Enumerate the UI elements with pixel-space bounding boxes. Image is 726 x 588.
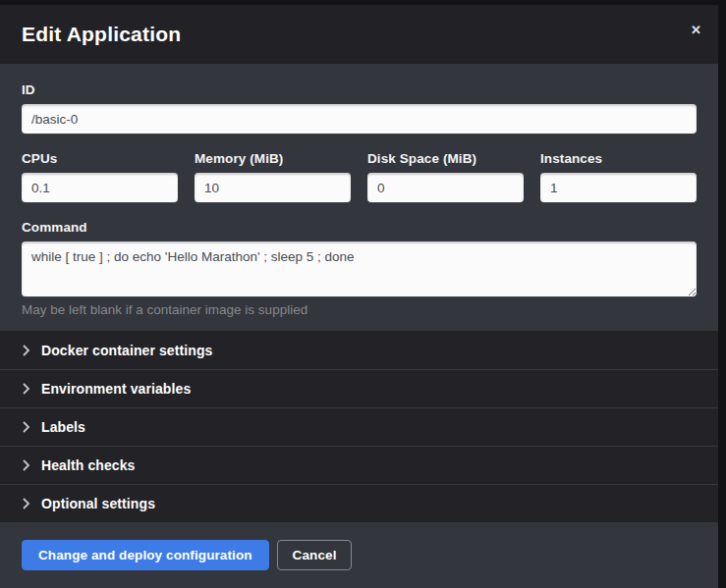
chevron-right-icon <box>22 498 30 509</box>
section-optional-settings[interactable]: Optional settings <box>0 484 718 522</box>
edit-application-modal: Edit Application ✕ ID CPUs Memory (MiB) … <box>0 5 718 588</box>
change-and-deploy-button[interactable]: Change and deploy configuration <box>22 540 269 570</box>
modal-header: Edit Application ✕ <box>0 5 718 64</box>
disk-label: Disk Space (MiB) <box>367 151 524 166</box>
section-label: Environment variables <box>41 381 191 397</box>
command-label: Command <box>22 220 697 235</box>
section-label: Docker container settings <box>41 343 212 358</box>
section-docker-container-settings[interactable]: Docker container settings <box>0 331 718 369</box>
cpus-label: CPUs <box>22 151 178 166</box>
instances-field-group: Instances <box>540 151 697 202</box>
id-input[interactable] <box>22 104 697 134</box>
instances-label: Instances <box>540 151 697 166</box>
modal-body: ID CPUs Memory (MiB) Disk Space (MiB) In… <box>0 64 718 331</box>
resources-row: CPUs Memory (MiB) Disk Space (MiB) Insta… <box>22 151 697 202</box>
section-label: Health checks <box>41 457 135 473</box>
memory-label: Memory (MiB) <box>195 151 351 166</box>
cancel-button[interactable]: Cancel <box>277 540 353 570</box>
memory-field-group: Memory (MiB) <box>195 151 351 202</box>
disk-input[interactable] <box>367 173 524 202</box>
collapsible-sections: Docker container settings Environment va… <box>0 331 718 522</box>
disk-field-group: Disk Space (MiB) <box>367 151 524 202</box>
cpus-input[interactable] <box>22 173 178 202</box>
cpus-field-group: CPUs <box>22 151 178 202</box>
id-label: ID <box>22 82 697 97</box>
section-label: Optional settings <box>41 496 155 511</box>
close-icon[interactable]: ✕ <box>687 20 705 40</box>
modal-footer: Change and deploy configuration Cancel <box>0 522 718 588</box>
chevron-right-icon <box>22 345 30 356</box>
command-help-text: May be left blank if a container image i… <box>22 302 697 317</box>
chevron-right-icon <box>22 459 30 471</box>
section-health-checks[interactable]: Health checks <box>0 446 718 484</box>
section-label: Labels <box>41 419 85 435</box>
section-environment-variables[interactable]: Environment variables <box>0 369 718 407</box>
modal-title: Edit Application <box>22 23 181 46</box>
chevron-right-icon <box>22 383 30 395</box>
section-labels[interactable]: Labels <box>0 407 718 446</box>
command-textarea[interactable]: while [ true ] ; do echo 'Hello Marathon… <box>22 241 697 296</box>
id-field-group: ID <box>22 82 697 134</box>
instances-input[interactable] <box>540 173 697 202</box>
command-field-group: Command while [ true ] ; do echo 'Hello … <box>22 220 697 317</box>
memory-input[interactable] <box>195 173 351 202</box>
chevron-right-icon <box>22 421 30 433</box>
